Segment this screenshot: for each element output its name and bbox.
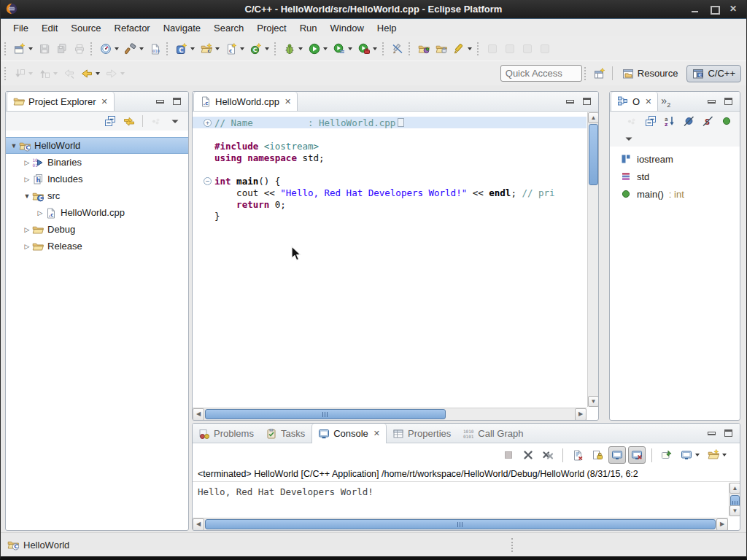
maximize-view-button[interactable] [724, 98, 732, 105]
toolbar-handle[interactable] [477, 42, 481, 55]
back-button[interactable] [78, 65, 103, 82]
close-icon[interactable]: ✕ [285, 97, 291, 106]
chevron-down-icon[interactable] [695, 454, 700, 456]
toolbar-handle[interactable] [4, 67, 8, 80]
close-icon[interactable]: ✕ [101, 97, 107, 106]
binary-file-button[interactable]: 010 [147, 40, 164, 58]
maximize-view-button[interactable] [583, 98, 591, 105]
profile-button[interactable] [355, 40, 380, 58]
code-line[interactable]: return 0; [193, 198, 587, 210]
scroll-up-arrow[interactable]: ▲ [588, 112, 599, 123]
scroll-down-arrow[interactable]: ▼ [588, 396, 599, 407]
menu-navigate[interactable]: Navigate [157, 20, 207, 36]
toolbar-handle[interactable] [382, 42, 386, 55]
tab-outline[interactable]: O ✕ [611, 92, 658, 111]
tab-console[interactable]: Console✕ [311, 424, 387, 443]
scroll-right-arrow[interactable]: ▶ [575, 408, 587, 421]
search-pen-button[interactable] [450, 40, 475, 58]
chevron-down-icon[interactable] [53, 72, 58, 75]
menu-window[interactable]: Window [324, 20, 371, 36]
sort-button[interactable]: az [661, 112, 678, 130]
code-line[interactable]: −int main() { [193, 175, 587, 187]
close-icon[interactable]: ✕ [374, 429, 380, 438]
maximize-view-button[interactable] [724, 429, 732, 437]
collapsed-arrow-icon[interactable]: ▷ [22, 226, 32, 233]
expanded-arrow-icon[interactable]: ▼ [9, 142, 19, 149]
console-hscrollbar[interactable]: ◀ ▶ [193, 518, 728, 530]
link-with-editor-button[interactable] [120, 112, 138, 130]
window-minimize-button[interactable] [691, 5, 700, 13]
remove-all-terminated-button[interactable] [539, 446, 557, 464]
hide-fields-button[interactable] [680, 112, 697, 130]
tree-item-helloworld-cpp[interactable]: ▷.cHelloWorld.cpp [6, 204, 188, 221]
menu-refactor[interactable]: Refactor [108, 20, 157, 36]
run-external-tools-button[interactable] [330, 40, 355, 58]
code-line[interactable]: using namespace std; [193, 152, 587, 163]
show-stderr-button[interactable] [628, 446, 646, 464]
chevron-down-icon[interactable] [323, 47, 328, 50]
remove-launch-button[interactable] [519, 446, 537, 464]
outline-item-std[interactable]: std [610, 168, 740, 185]
minimize-view-button[interactable] [156, 100, 164, 104]
window-maximize-button[interactable] [710, 5, 719, 13]
chevron-down-icon[interactable] [373, 47, 377, 50]
clear-console-button[interactable] [569, 446, 587, 464]
menu-file[interactable]: File [7, 20, 35, 36]
tree-item-release[interactable]: ▷Release [6, 238, 188, 254]
toolbar-handle[interactable] [274, 42, 278, 55]
tab-properties[interactable]: Properties [387, 424, 457, 443]
tab-call-graph[interactable]: 10100101Call Graph [457, 424, 529, 443]
scroll-up-arrow[interactable]: ▲ [729, 483, 740, 494]
display-console-button[interactable] [678, 446, 703, 464]
tree-item-helloworld[interactable]: ▼CHelloWorld [6, 137, 188, 154]
open-perspective-button[interactable] [591, 65, 608, 82]
window-close-button[interactable]: ✕ [729, 5, 738, 13]
console-vscrollbar[interactable]: ▲ ▼ [729, 483, 740, 516]
menu-help[interactable]: Help [371, 20, 403, 36]
minimize-view-button[interactable] [566, 100, 574, 104]
hide-non-public-button[interactable] [718, 112, 735, 130]
editor-vscroll-thumb[interactable] [589, 124, 598, 185]
tree-item-includes[interactable]: ▷hIncludes [6, 171, 188, 187]
minimize-view-button[interactable] [708, 100, 716, 104]
tree-item-src[interactable]: ▼Csrc [6, 187, 188, 204]
collapsed-arrow-icon[interactable]: ▷ [22, 243, 32, 250]
launch-gauge-button[interactable] [97, 40, 122, 58]
chevron-down-icon[interactable] [190, 47, 195, 50]
tree-item-debug[interactable]: ▷Debug [6, 221, 188, 238]
toolbar-handle[interactable] [409, 42, 412, 55]
code-editor[interactable]: +// Name : HelloWorld.cpp#include <iostr… [193, 112, 587, 407]
minimize-view-button[interactable] [708, 432, 716, 435]
code-line[interactable]: cout << "Hello, Red Hat Developers World… [193, 187, 587, 198]
open-resource-button[interactable] [433, 40, 450, 58]
code-line[interactable]: #include <iostream> [193, 140, 587, 152]
outline-item-main[interactable]: main() : int [610, 185, 740, 203]
new-source-folder-button[interactable]: c [198, 40, 222, 58]
tab-problems[interactable]: Problems [193, 424, 260, 443]
show-stdout-button[interactable] [608, 446, 626, 464]
fold-collapse-icon[interactable]: − [204, 177, 212, 185]
new-class-button[interactable]: C [247, 40, 272, 58]
code-line[interactable]: } [193, 210, 587, 222]
collapsed-arrow-icon[interactable]: ▷ [35, 209, 45, 217]
code-line[interactable]: +// Name : HelloWorld.cpp [193, 117, 587, 128]
chevron-down-icon[interactable] [348, 47, 352, 50]
chevron-down-icon[interactable] [28, 47, 33, 50]
code-line[interactable] [193, 163, 587, 175]
new-source-file-button[interactable]: c [222, 40, 247, 58]
view-menu-button[interactable] [620, 130, 638, 147]
chevron-down-icon[interactable] [96, 72, 100, 75]
pin-console-button[interactable] [658, 446, 676, 464]
console-hscroll-thumb[interactable] [205, 519, 716, 529]
code-line[interactable] [193, 128, 587, 140]
statusbar-drag-handle[interactable] [511, 538, 514, 552]
view-menu-button[interactable] [166, 112, 184, 130]
menu-source[interactable]: Source [64, 20, 107, 36]
scroll-left-arrow[interactable]: ◀ [193, 518, 204, 531]
chevron-down-icon[interactable] [139, 47, 144, 50]
toolbar-handle[interactable] [166, 42, 170, 55]
collapsed-region-indicator[interactable] [398, 118, 404, 127]
chevron-down-icon[interactable] [240, 47, 244, 50]
close-icon[interactable]: ✕ [645, 97, 651, 106]
tab-helloworld-cpp[interactable]: .c HelloWorld.cpp ✕ [193, 92, 298, 111]
